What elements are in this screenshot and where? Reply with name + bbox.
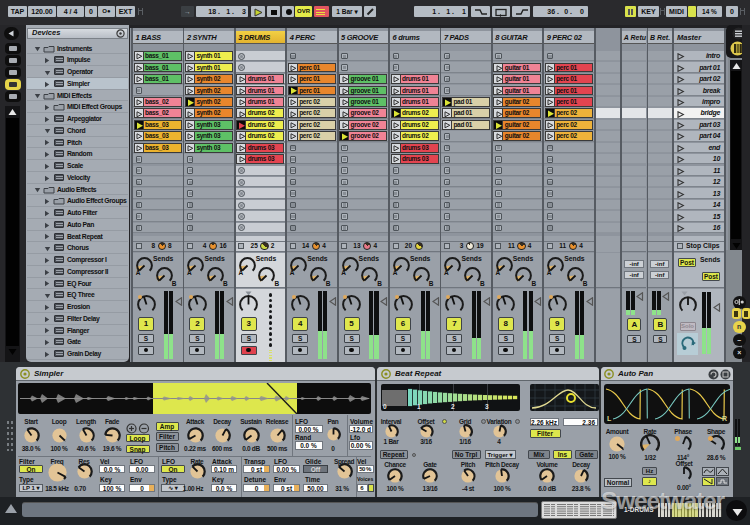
svg-text:2: 2	[451, 403, 455, 410]
svg-text:1: 1	[417, 403, 421, 410]
svg-text:R: R	[722, 415, 727, 422]
svg-text:L: L	[607, 415, 612, 422]
svg-text:0: 0	[383, 403, 387, 410]
svg-text:3: 3	[485, 403, 489, 410]
